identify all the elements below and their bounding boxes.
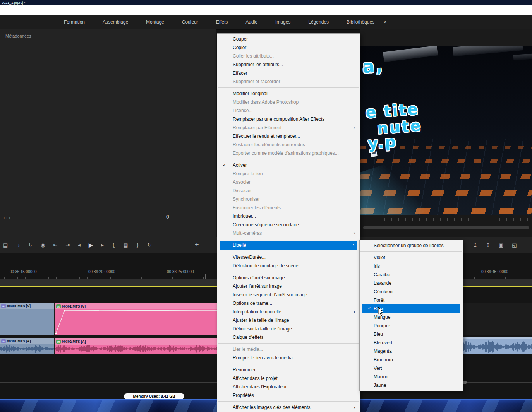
menu-item-imbriquer[interactable]: Imbriquer...: [217, 212, 360, 221]
menu-item-bleu[interactable]: Bleu: [360, 330, 463, 338]
menu-item-detection-de-montage-de-scene[interactable]: Détection de montage de scène...: [217, 262, 360, 270]
menu-item-rompre-le-lien-avec-le-media[interactable]: Rompre le lien avec le média...: [217, 354, 360, 362]
menu-item-selectionner-un-groupe-de-libelles[interactable]: Sélectionner un groupe de libellés: [360, 241, 463, 250]
marker-icon[interactable]: ▦: [123, 242, 128, 248]
menu-item-caraibe[interactable]: Caraïbe: [360, 270, 463, 279]
menu-item-label: Associer: [233, 180, 251, 185]
extract-icon[interactable]: ↧: [486, 242, 490, 248]
menu-item-effacer[interactable]: Effacer: [217, 69, 360, 77]
audio-clip-right[interactable]: [463, 337, 532, 354]
menu-item-bleu-vert[interactable]: Bleu-vert: [360, 338, 463, 347]
submenu-arrow-icon: ›: [353, 241, 354, 250]
menu-item-mangue[interactable]: Mangue: [360, 313, 463, 321]
menu-item-renommer[interactable]: Renommer...: [217, 366, 360, 374]
menu-item-rose[interactable]: ✓Rose: [362, 304, 460, 313]
menu-item-foret[interactable]: Forêt: [360, 296, 463, 304]
menu-item-afficher-dans-l-explorateur[interactable]: Afficher dans l'Explorateur...: [217, 383, 360, 391]
monitor-time-ruler[interactable]: [360, 215, 532, 237]
tab-bibliotheques[interactable]: Bibliothèques: [347, 15, 374, 29]
submenu-arrow-icon: ›: [354, 403, 355, 412]
menu-item-remplacer-par-element: Remplacer par Elément›: [217, 123, 360, 132]
menu-separator: [218, 87, 359, 88]
menu-item-marron[interactable]: Marron: [360, 373, 463, 381]
play-icon[interactable]: ▶: [89, 242, 93, 249]
ceiling-light-shape: [513, 53, 532, 60]
menu-item-iris[interactable]: Iris: [360, 262, 463, 270]
timecode-label: 00:36:20:00000: [88, 270, 115, 274]
menu-item-jaune[interactable]: Jaune: [360, 381, 463, 390]
go-to-in-icon[interactable]: ⇤: [53, 242, 57, 248]
menu-separator: [218, 364, 359, 364]
menu-item-copier[interactable]: Copier: [217, 43, 360, 52]
insert-icon[interactable]: ↴: [16, 242, 20, 248]
tab-couleur[interactable]: Couleur: [182, 15, 198, 29]
go-to-out-icon[interactable]: ⇥: [65, 242, 70, 248]
tab-effets[interactable]: Effets: [216, 15, 228, 29]
export-frame-icon[interactable]: ◉: [41, 242, 45, 248]
tab-legendes[interactable]: Légendes: [308, 15, 329, 29]
workspace-tab-bar: FormationAssemblageMontageCouleurEffetsA…: [0, 15, 532, 30]
menu-item-magenta[interactable]: Magenta: [360, 347, 463, 356]
opacity-rubber-band[interactable]: [55, 309, 218, 335]
menu-item-brun-roux[interactable]: Brun roux: [360, 356, 463, 364]
menu-item-afficher-les-images-cles-des-elements[interactable]: Afficher les images clés des éléments›: [217, 403, 360, 412]
video-clip-00301[interactable]: fx 00301.MTS [V]: [0, 303, 54, 335]
mark-in-icon[interactable]: {: [112, 242, 115, 248]
tab-audio[interactable]: Audio: [245, 15, 257, 29]
menu-item-ajuster-a-la-taille-de-l-image[interactable]: Ajuster à la taille de l'image: [217, 316, 360, 325]
menu-item-couper[interactable]: Couper: [217, 35, 360, 43]
settings-icon[interactable]: ▤: [3, 242, 8, 248]
menu-item-ceruleen[interactable]: Céruléen: [360, 287, 463, 296]
submenu-arrow-icon: ›: [354, 123, 355, 132]
loop-icon[interactable]: ↻: [148, 242, 152, 248]
menu-item-label: Modifier l'original: [233, 91, 268, 96]
menu-item-remplacer-par-une-composition-after-effects[interactable]: Remplacer par une composition After Effe…: [217, 115, 360, 123]
menu-item-options-d-arret-sur-image[interactable]: Options d'arrêt sur image...: [217, 274, 360, 282]
tab-montage[interactable]: Montage: [146, 15, 164, 29]
audio-clip-00301[interactable]: fx 00301.MTS [A]: [0, 338, 54, 354]
menu-item-pourpre[interactable]: Pourpre: [360, 321, 463, 330]
video-clip-00302-selected[interactable]: fx 00302.MTS [V]: [55, 303, 218, 335]
comparison-view-icon[interactable]: ◱: [512, 242, 517, 248]
menu-item-creer-une-sequence-secondaire[interactable]: Créer une séquence secondaire: [217, 221, 360, 229]
tab-assemblage[interactable]: Assemblage: [103, 15, 128, 29]
menu-item-calque-d-effets[interactable]: Calque d'effets: [217, 333, 360, 342]
clip-label: 00301.MTS [A]: [7, 339, 31, 343]
menu-item-definir-sur-la-taille-de-l-image[interactable]: Définir sur la taille de l'image: [217, 325, 360, 333]
clip-header: fx 00302.MTS [A]: [55, 338, 218, 345]
workspace-overflow-button[interactable]: »: [384, 15, 386, 29]
menu-item-ajouter-l-arret-sur-image[interactable]: Ajouter l'arrêt sur image: [217, 282, 360, 291]
menu-item-violet[interactable]: Violet: [360, 253, 463, 262]
menu-item-interpolation-temporelle[interactable]: Interpolation temporelle›: [217, 308, 360, 316]
menu-item-label: Caraïbe: [374, 272, 390, 277]
monitor-scrollbar[interactable]: [363, 226, 529, 229]
menu-item-supprimer-les-attributs[interactable]: Supprimer les attributs...: [217, 60, 360, 69]
menu-item-activer[interactable]: ✓Activer: [217, 161, 360, 169]
add-button[interactable]: +: [195, 237, 199, 253]
overwrite-icon[interactable]: ↳: [28, 242, 33, 248]
menu-separator: [218, 272, 359, 272]
audio-clip-00302-selected[interactable]: fx 00302.MTS [A]: [55, 338, 218, 354]
mark-out-icon[interactable]: }: [136, 242, 139, 248]
step-back-icon[interactable]: ◂: [78, 242, 81, 248]
menu-item-proprietes[interactable]: Propriétés: [217, 391, 360, 400]
menu-item-inserer-le-segment-d-arret-sur-image[interactable]: Insérer le segment d'arrêt sur image: [217, 291, 360, 299]
menu-item-vert[interactable]: Vert: [360, 364, 463, 373]
menu-item-label: Modifier dans Adobe Photoshop: [233, 99, 299, 105]
menu-item-label: Insérer le segment d'arrêt sur image: [233, 292, 307, 297]
menu-item-vitesse-duree[interactable]: Vitesse/Durée...: [217, 253, 360, 262]
menu-item-afficher-dans-le-projet[interactable]: Afficher dans le projet: [217, 374, 360, 383]
menu-item-effectuer-le-rendu-et-remplacer[interactable]: Effectuer le rendu et remplacer...: [217, 132, 360, 140]
menu-item-libelle[interactable]: Libellé›: [220, 241, 357, 250]
step-forward-icon[interactable]: ▸: [101, 242, 104, 248]
menu-item-label: Ajouter l'arrêt sur image: [233, 284, 282, 289]
menu-item-options-de-trame[interactable]: Options de trame...: [217, 299, 360, 308]
menu-item-lavande[interactable]: Lavande: [360, 279, 463, 287]
tab-formation[interactable]: Formation: [64, 15, 85, 29]
lift-icon[interactable]: ↥: [473, 242, 477, 248]
fx-badge-icon: fx: [56, 340, 61, 344]
export-frame-icon[interactable]: ▣: [499, 242, 503, 248]
menu-item-label: Couper: [233, 36, 248, 42]
tab-images[interactable]: Images: [275, 15, 290, 29]
menu-item-modifier-l-original[interactable]: Modifier l'original: [217, 89, 360, 98]
